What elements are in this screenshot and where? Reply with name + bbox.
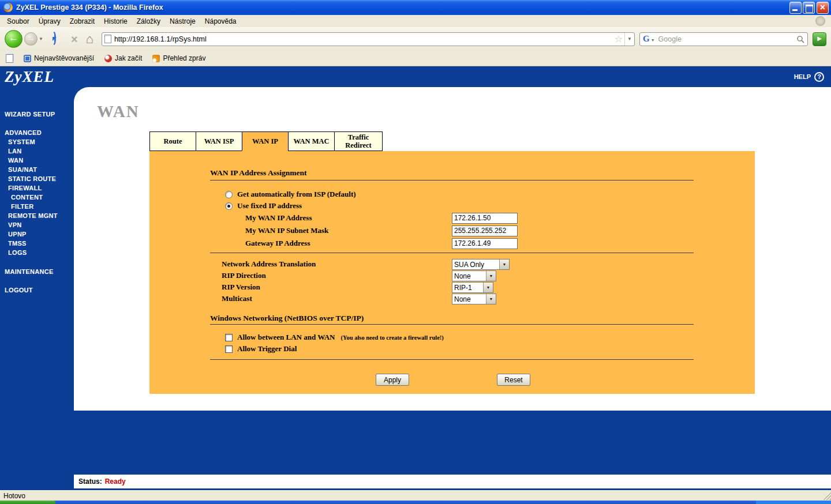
sidebar-item-upnp[interactable]: UPNP — [0, 230, 74, 239]
minimize-button[interactable] — [789, 2, 802, 14]
select-row-rip-direction: RIP Direction None — [222, 270, 755, 281]
search-engine-dropdown-icon[interactable] — [651, 38, 655, 42]
sidebar-item-advanced[interactable]: ADVANCED — [0, 128, 74, 137]
sidebar-item-logs[interactable]: LOGS — [0, 248, 74, 257]
menu-nastroje[interactable]: Nástroje — [165, 16, 200, 27]
menu-upravy[interactable]: Úpravy — [34, 16, 65, 27]
sidebar-item-sua-nat[interactable]: SUA/NAT — [0, 165, 74, 174]
allow-trigger-dial-label: Allow Trigger Dial — [237, 344, 297, 353]
sidebar-item-content[interactable]: CONTENT — [0, 193, 74, 202]
section-heading-wan-ip: WAN IP Address Assignment — [210, 168, 694, 178]
nat-select[interactable]: SUA Only — [452, 259, 510, 270]
check-row-trigger-dial: Allow Trigger Dial — [225, 344, 755, 353]
reset-button[interactable]: Reset — [497, 374, 530, 386]
multicast-select[interactable]: None — [452, 294, 496, 304]
sidebar-item-logout[interactable]: LOGOUT — [0, 285, 74, 295]
chevron-down-icon — [486, 294, 496, 304]
chevron-down-icon — [486, 271, 496, 281]
radio-fixed-label: Use fixed IP address — [237, 201, 302, 210]
router-page: ZyXEL HELP WIZARD SETUP ADVANCED SYSTEM … — [0, 66, 831, 490]
url-input[interactable] — [111, 35, 613, 43]
browser-status-bar: Hotovo — [0, 490, 831, 501]
sidebar-item-remote-mgnt[interactable]: REMOTE MGNT — [0, 211, 74, 220]
help-button[interactable]: HELP — [794, 72, 824, 82]
url-bar[interactable] — [102, 32, 635, 46]
tab-route[interactable]: Route — [149, 131, 196, 151]
zyxel-logo: ZyXEL — [5, 68, 54, 86]
wan-ip-input[interactable] — [452, 213, 518, 224]
menu-zalozky[interactable]: Záložky — [132, 16, 165, 27]
history-dropdown-icon[interactable] — [39, 36, 43, 42]
search-input[interactable] — [656, 35, 796, 43]
bookmark-news-feed[interactable]: Přehled zpráv — [152, 54, 205, 62]
firefox-icon — [3, 3, 13, 12]
radio-get-automatically[interactable] — [225, 191, 233, 198]
sidebar-item-static-route[interactable]: STATIC ROUTE — [0, 174, 74, 183]
allow-lan-wan-checkbox[interactable] — [225, 334, 233, 341]
separator-line — [210, 253, 694, 253]
sidebar-item-system[interactable]: SYSTEM — [0, 137, 74, 146]
bookmark-star-icon[interactable] — [613, 33, 624, 44]
tab-traffic-redirect[interactable]: Traffic Redirect — [334, 131, 383, 151]
getting-started-icon — [104, 55, 112, 62]
menu-zobrazit[interactable]: Zobrazit — [65, 16, 99, 27]
sidebar-item-firewall[interactable]: FIREWALL — [0, 183, 74, 193]
main-content: WAN Route WAN ISP WAN IP WAN MAC Traffic… — [74, 87, 831, 411]
sidebar-item-vpn[interactable]: VPN — [0, 220, 74, 230]
home-button[interactable] — [86, 33, 93, 46]
radio-use-fixed-ip[interactable] — [225, 202, 233, 210]
form-buttons: Apply Reset — [149, 374, 755, 386]
allow-lan-wan-note: (You also need to create a firewall rule… — [341, 334, 444, 341]
search-icon[interactable] — [796, 35, 804, 43]
menu-soubor[interactable]: Soubor — [2, 16, 34, 27]
bookmark-label: Jak začít — [115, 54, 142, 62]
help-label: HELP — [794, 73, 811, 80]
multicast-value: None — [452, 294, 486, 304]
tab-wan-mac[interactable]: WAN MAC — [288, 131, 335, 151]
sidebar-item-filter[interactable]: FILTER — [0, 202, 74, 211]
back-button[interactable] — [5, 30, 23, 48]
google-logo-icon[interactable] — [643, 34, 650, 44]
resize-grip[interactable] — [823, 492, 831, 500]
url-dropdown-icon[interactable] — [624, 33, 634, 46]
field-row-gateway: Gateway IP Address — [245, 237, 755, 250]
maximize-button[interactable] — [803, 2, 815, 14]
stop-button[interactable] — [71, 33, 78, 45]
reload-icon — [53, 32, 56, 45]
reload-button[interactable] — [51, 33, 63, 45]
check-row-lan-wan: Allow between LAN and WAN (You also need… — [225, 333, 755, 342]
sidebar-item-wizard-setup[interactable]: WIZARD SETUP — [0, 110, 74, 119]
tab-wan-isp[interactable]: WAN ISP — [196, 131, 242, 151]
radio-auto-label: Get automatically from ISP (Default) — [237, 190, 356, 199]
select-row-rip-version: RIP Version RIP-1 — [222, 281, 755, 293]
bookmark-most-visited[interactable]: Nejnavštěvovanější — [24, 54, 94, 62]
subnet-mask-label: My WAN IP Subnet Mask — [245, 226, 452, 235]
close-button[interactable] — [817, 2, 829, 14]
chevron-down-icon — [499, 259, 509, 269]
subnet-mask-input[interactable] — [452, 225, 518, 236]
extension-icon[interactable] — [813, 32, 826, 46]
sidebar-item-lan[interactable]: LAN — [0, 146, 74, 156]
rip-direction-select[interactable]: None — [452, 270, 496, 281]
gateway-label: Gateway IP Address — [245, 239, 452, 248]
window-title: ZyXEL Prestige 334 (P334) - Mozilla Fire… — [16, 3, 788, 12]
sidebar-item-wan[interactable]: WAN — [0, 156, 74, 165]
rip-version-select[interactable]: RIP-1 — [452, 282, 493, 293]
menu-historie[interactable]: Historie — [99, 16, 132, 27]
bookmarks-pages-button[interactable] — [6, 54, 13, 63]
search-bar[interactable] — [639, 32, 808, 46]
tab-wan-ip[interactable]: WAN IP — [242, 131, 289, 151]
sidebar-item-tmss[interactable]: TMSS — [0, 239, 74, 248]
allow-trigger-dial-checkbox[interactable] — [225, 345, 233, 353]
menu-napoveda[interactable]: Nápověda — [200, 16, 241, 27]
most-visited-icon — [24, 55, 31, 62]
news-feed-icon — [152, 55, 160, 62]
forward-button[interactable] — [24, 32, 38, 46]
sidebar-item-maintenance[interactable]: MAINTENANCE — [0, 267, 74, 276]
status-value: Ready — [105, 477, 126, 486]
gateway-input[interactable] — [452, 238, 518, 249]
apply-button[interactable]: Apply — [376, 374, 409, 386]
bookmark-getting-started[interactable]: Jak začít — [104, 54, 142, 62]
start-button[interactable] — [0, 501, 55, 504]
radio-row-auto: Get automatically from ISP (Default) — [225, 190, 755, 199]
